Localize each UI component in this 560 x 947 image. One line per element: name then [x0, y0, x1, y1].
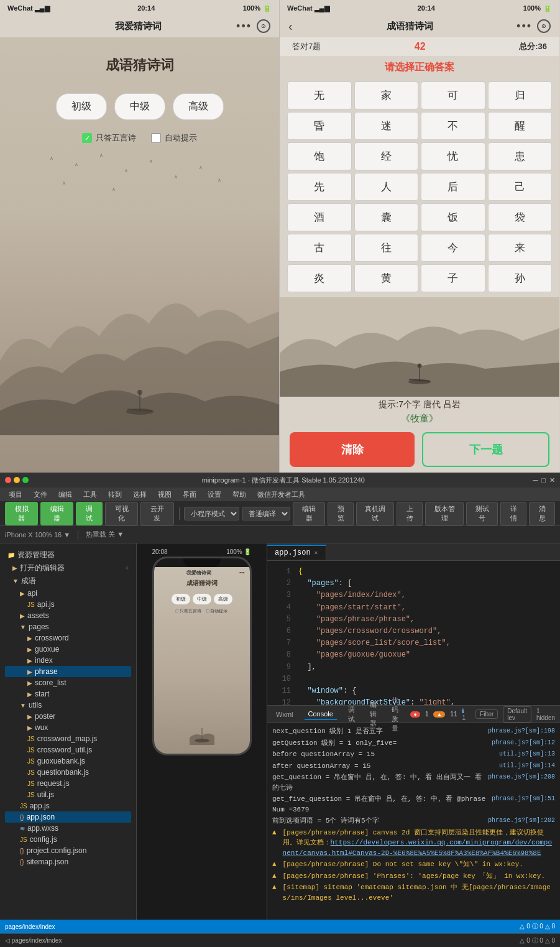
cl7-file[interactable]: phrase.js?[sm]:202 [488, 816, 555, 825]
char-jiu[interactable]: 酒 [287, 203, 352, 231]
toolbar-versionmgr[interactable]: 版本管理 [425, 502, 464, 525]
menu-view[interactable]: 视图 [153, 489, 177, 501]
tl-yellow[interactable] [14, 477, 20, 483]
checkbox-auto-box[interactable] [151, 133, 161, 143]
level-mid[interactable]: 中级 [114, 93, 165, 120]
char-bu[interactable]: 不 [421, 112, 485, 140]
char-fan[interactable]: 饭 [421, 203, 485, 231]
char-hou[interactable]: 后 [421, 173, 485, 201]
char-wang[interactable]: 往 [354, 234, 419, 262]
mode-select[interactable]: 小程序模式 [184, 507, 239, 520]
char-ren[interactable]: 人 [354, 173, 419, 201]
char-wu[interactable]: 无 [287, 81, 352, 109]
cl2-file[interactable]: phrase.js?[sm]:12 [492, 738, 555, 747]
toolbar-test[interactable]: 测试号 [466, 502, 498, 525]
char-bao[interactable]: 饱 [287, 142, 352, 170]
toolbar-upload[interactable]: 上传 [397, 502, 423, 525]
menu-settings[interactable]: 设置 [203, 489, 226, 501]
cl6-file[interactable]: phrase.js?[sm]:51 [492, 794, 555, 803]
right-nav-circle[interactable]: ⊙ [537, 19, 551, 33]
sidebar-open-editors[interactable]: ▶ 打开的编辑器 + [5, 561, 131, 575]
toolbar-visual[interactable]: 可视化 [105, 502, 138, 525]
toolbar-editor[interactable]: 编辑器 [40, 502, 73, 525]
sidebar-crossword-util[interactable]: JS crossword_util.js [5, 744, 131, 755]
toolbar-cloud[interactable]: 云开发 [140, 502, 173, 525]
phone-label[interactable]: iPhone X 100% 16 ▼ [5, 531, 70, 538]
sidebar-assets[interactable]: ▶ assets [5, 610, 131, 621]
sidebar-poster[interactable]: ▶ poster [5, 711, 131, 722]
menu-file[interactable]: 文件 [29, 489, 52, 501]
tab-wxml[interactable]: Wxml [272, 709, 297, 719]
mini-beginner[interactable]: 初级 [172, 594, 190, 604]
toolbar-editor-r[interactable]: 编辑器 [293, 502, 325, 525]
char-lai[interactable]: 来 [488, 234, 553, 262]
sidebar-util[interactable]: JS util.js [5, 789, 131, 800]
char-xian[interactable]: 先 [287, 173, 352, 201]
checkbox-five-only[interactable]: ✓ 只答五言诗 [82, 132, 136, 144]
sidebar-explorer[interactable]: 📁 资源管理器 [5, 548, 131, 561]
sidebar-utils[interactable]: ▼ utils [5, 700, 131, 711]
sidebar-guoxue[interactable]: ▶ guoxue [5, 644, 131, 655]
menu-select[interactable]: 选择 [128, 489, 152, 501]
sidebar-questionbank[interactable]: JS questionbank.js [5, 767, 131, 778]
char-jin[interactable]: 今 [421, 234, 485, 262]
sidebar-phrase[interactable]: ▶ phrase [5, 666, 131, 677]
sidebar-index[interactable]: ▶ index [5, 655, 131, 666]
char-dai[interactable]: 袋 [488, 203, 553, 231]
level-advanced[interactable]: 高级 [173, 93, 224, 120]
next-button[interactable]: 下一题 [422, 432, 549, 467]
filter-label[interactable]: Filter [475, 709, 498, 719]
sidebar-config-js[interactable]: JS config.js [5, 834, 131, 845]
tab-app-json[interactable]: app.json ✕ [267, 545, 326, 560]
cl3-file[interactable]: util.js?[sm]:13 [499, 749, 555, 759]
hot-reload[interactable]: 热重载 关 ▼ [86, 530, 124, 539]
sidebar-guoxuebank[interactable]: JS guoxuebank.js [5, 755, 131, 767]
tab-sources[interactable]: 调试 [344, 704, 359, 725]
menu-tools[interactable]: 工具 [78, 489, 102, 501]
left-nav-dots[interactable]: ••• [236, 20, 252, 33]
tab-console[interactable]: Console [305, 709, 337, 720]
menu-goto[interactable]: 转到 [103, 489, 127, 501]
checkbox-auto[interactable]: 自动提示 [151, 132, 197, 144]
char-jia[interactable]: 家 [354, 81, 419, 109]
sidebar-sitemap[interactable]: {} sitemap.json [5, 856, 131, 867]
char-you[interactable]: 忧 [421, 142, 485, 170]
char-mi[interactable]: 迷 [354, 112, 419, 140]
toolbar-detail[interactable]: 详情 [500, 502, 526, 525]
menu-interface[interactable]: 界面 [178, 489, 201, 501]
char-huang[interactable]: 黄 [354, 264, 419, 292]
cl4-file[interactable]: util.js?[sm]:14 [499, 761, 555, 770]
char-xing[interactable]: 醒 [488, 112, 553, 140]
minimize-icon[interactable]: ─ [533, 476, 538, 484]
tab-close-icon[interactable]: ✕ [314, 549, 318, 557]
sidebar-start[interactable]: ▶ start [5, 688, 131, 700]
toolbar-preview[interactable]: 预览 [328, 502, 354, 525]
checkbox-five-box[interactable]: ✓ [82, 133, 92, 143]
sidebar-score-list[interactable]: ▶ score_list [5, 677, 131, 688]
level-beginner[interactable]: 初级 [56, 93, 107, 120]
char-ji[interactable]: 己 [488, 173, 553, 201]
sidebar-request[interactable]: JS request.js [5, 778, 131, 789]
cl1-file[interactable]: phrase.js?[sm]:198 [488, 726, 555, 736]
sidebar-project-config[interactable]: {} project.config.json [5, 845, 131, 856]
sidebar-wux[interactable]: ▶ wux [5, 722, 131, 733]
right-back-button[interactable]: ‹ [288, 19, 303, 34]
sidebar-crossword[interactable]: ▶ crossword [5, 632, 131, 644]
sidebar-app-json[interactable]: {} app.json [5, 811, 131, 823]
cl5-file[interactable]: phrase.js?[sm]:208 [488, 772, 555, 782]
menu-wechat-dev[interactable]: 微信开发者工具 [252, 489, 310, 501]
sidebar-app-wxss[interactable]: ≋ app.wxss [5, 823, 131, 834]
toolbar-debug[interactable]: 调试 [76, 502, 103, 525]
toolbar-simulator[interactable]: 模拟器 [5, 502, 38, 525]
menu-project[interactable]: 项目 [4, 489, 27, 501]
tl-green[interactable] [22, 477, 29, 483]
right-nav-dots[interactable]: ••• [516, 20, 532, 33]
sidebar-crossword-map[interactable]: JS crossword_map.js [5, 733, 131, 744]
mini-advanced[interactable]: 高级 [214, 594, 232, 604]
sidebar-pages[interactable]: ▼ pages [5, 621, 131, 632]
left-nav-circle[interactable]: ⊙ [257, 19, 270, 33]
char-gui[interactable]: 归 [488, 81, 553, 109]
char-ke[interactable]: 可 [421, 81, 485, 109]
sidebar-api-js[interactable]: JS api.js [5, 599, 131, 610]
add-file-icon[interactable]: + [125, 565, 129, 571]
